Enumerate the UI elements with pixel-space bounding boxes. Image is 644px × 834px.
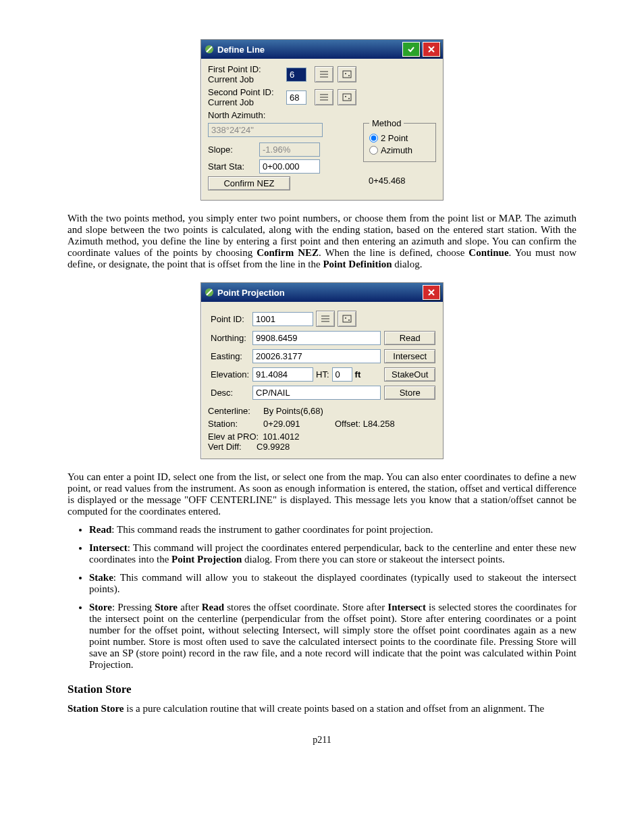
svg-point-5 <box>345 73 346 74</box>
svg-point-18 <box>345 317 346 319</box>
method-group: Method 2 Point Azimuth <box>363 118 436 162</box>
intersect-button[interactable]: Intersect <box>384 349 435 363</box>
title-text: Define Line <box>217 45 400 55</box>
elevation-label: Elevation: <box>210 367 250 382</box>
vert-diff-label: Vert Diff: <box>208 442 252 452</box>
ht-input[interactable]: 0 <box>332 367 352 382</box>
ht-label: HT: <box>316 369 329 380</box>
north-azimuth-label: North Azimuth: <box>208 110 265 120</box>
map-icon-button[interactable] <box>338 311 356 327</box>
start-sta-input[interactable]: 0+00.000 <box>259 159 320 174</box>
desc-input[interactable]: CP/NAIL <box>252 386 381 400</box>
second-point-label: Second Point ID: <box>208 87 282 97</box>
radio-azimuth-input[interactable] <box>369 146 378 155</box>
method-legend: Method <box>369 118 404 128</box>
easting-label: Easting: <box>210 348 250 364</box>
offset-value: Offset: L84.258 <box>335 419 395 429</box>
svg-rect-17 <box>343 315 351 322</box>
titlebar: Point Projection <box>201 283 443 302</box>
second-point-sub: Current Job <box>208 97 282 107</box>
list-icon-button[interactable] <box>316 311 335 327</box>
radio-2point[interactable]: 2 Point <box>369 133 430 143</box>
radio-azimuth[interactable]: Azimuth <box>369 145 430 155</box>
store-button[interactable]: Store <box>384 386 435 400</box>
titlebar: Define Line <box>201 40 443 59</box>
desc-label: Desc: <box>210 385 250 400</box>
svg-rect-10 <box>343 94 351 101</box>
app-icon <box>204 287 215 298</box>
first-point-label: First Point ID: <box>208 64 282 74</box>
radio-azimuth-label: Azimuth <box>381 145 412 155</box>
radio-2point-input[interactable] <box>369 134 378 142</box>
first-point-sub: Current Job <box>208 74 282 84</box>
map-icon-button-2[interactable] <box>338 89 356 105</box>
close-button[interactable] <box>423 42 440 57</box>
close-button[interactable] <box>423 285 440 300</box>
first-point-input[interactable]: 6 <box>286 68 306 82</box>
page-number: p211 <box>68 735 576 746</box>
confirm-nez-button[interactable]: Confirm NEZ <box>208 176 290 190</box>
elevation-input[interactable]: 91.4084 <box>252 367 313 382</box>
ok-button[interactable] <box>402 42 420 57</box>
bullet-list: Read: This command reads the instrument … <box>68 524 576 671</box>
svg-point-12 <box>348 98 350 99</box>
slope-label: Slope: <box>208 145 255 155</box>
start-sta-label: Start Sta: <box>208 161 255 172</box>
centerline-value: By Points(6,68) <box>263 406 323 416</box>
station-value: 0+29.091 <box>263 419 331 429</box>
slope-input: -1.96% <box>259 142 320 157</box>
centerline-label: Centerline: <box>208 406 259 416</box>
northing-input[interactable]: 9908.6459 <box>252 331 381 345</box>
paragraph-2: You can enter a point ID, select one fro… <box>68 471 576 517</box>
point-projection-dialog: Point Projection Point ID: 1001 <box>200 282 444 459</box>
bullet-store: Store: Pressing Store after Read stores … <box>89 602 576 671</box>
bullet-intersect: Intersect: This command will project the… <box>89 542 576 565</box>
second-point-input[interactable]: 68 <box>286 90 306 105</box>
station-store-heading: Station Store <box>68 683 576 696</box>
end-sta-value: 0+45.468 <box>363 176 436 186</box>
svg-rect-4 <box>343 71 351 78</box>
easting-input[interactable]: 20026.3177 <box>252 349 381 363</box>
elev-pro-label: Elev at PRO: <box>208 432 259 442</box>
north-azimuth-input: 338°24'24" <box>208 123 323 137</box>
app-icon <box>204 44 215 55</box>
svg-point-19 <box>348 319 350 321</box>
elev-pro-value: 101.4012 <box>263 432 299 442</box>
radio-2point-label: 2 Point <box>381 133 408 143</box>
paragraph-3: Station Store is a pure calculation rout… <box>68 703 576 714</box>
svg-point-6 <box>348 75 350 76</box>
bullet-read: Read: This command reads the instrument … <box>89 524 576 536</box>
list-icon-button-2[interactable] <box>315 89 333 105</box>
list-icon-button[interactable] <box>315 66 333 82</box>
read-button[interactable]: Read <box>384 331 435 345</box>
vert-diff-value: C9.9928 <box>257 442 290 452</box>
ht-unit: ft <box>355 369 361 380</box>
station-label: Station: <box>208 419 259 429</box>
define-line-dialog: Define Line First Point ID: Current Job … <box>200 39 444 201</box>
paragraph-1: With the two points method, you simply e… <box>68 213 576 270</box>
stakeout-button[interactable]: StakeOut <box>384 367 435 382</box>
bullet-stake: Stake: This command will allow you to st… <box>89 572 576 595</box>
point-id-label: Point ID: <box>210 310 250 328</box>
northing-label: Northing: <box>210 330 250 346</box>
point-id-input[interactable]: 1001 <box>252 312 313 326</box>
title-text: Point Projection <box>217 288 420 298</box>
map-icon-button[interactable] <box>338 66 356 82</box>
svg-point-11 <box>345 96 346 97</box>
